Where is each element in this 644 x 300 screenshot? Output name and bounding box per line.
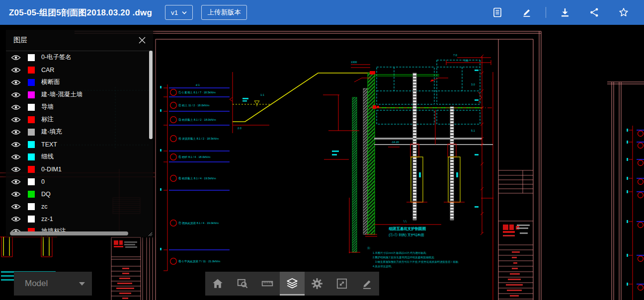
zoom-window-icon: [236, 277, 249, 290]
title-block: [498, 170, 533, 299]
layer-row[interactable]: DQ: [6, 188, 153, 200]
layer-row[interactable]: 横断面: [6, 76, 153, 88]
layer-label: 0-DIM1: [41, 166, 62, 173]
eye-visible-icon[interactable]: [11, 116, 22, 123]
resize-handle-icon[interactable]: [147, 231, 153, 237]
layer-label: 0: [41, 178, 45, 185]
layer-color-swatch[interactable]: [28, 191, 35, 198]
drawing-notes: 注: 1.本图尺寸以mm计,标高以m计,均为相对标高; 2.围护结构施工前应先查…: [367, 246, 459, 268]
left-piles: [0, 237, 57, 257]
layers-button[interactable]: [280, 272, 305, 296]
layers-panel-header: 图层: [6, 30, 153, 51]
model-space-selector[interactable]: Model: [14, 272, 92, 296]
section-title-line1: 组团五基坑支护剖面图: [389, 226, 426, 231]
layer-color-swatch[interactable]: [28, 129, 35, 136]
fullscreen-button[interactable]: [329, 272, 354, 296]
settings-button[interactable]: [305, 272, 329, 296]
layer-label: 建-填充: [41, 128, 62, 136]
annotate-pencil-icon[interactable]: [521, 7, 532, 18]
eye-visible-icon[interactable]: [11, 166, 22, 172]
gear-icon: [311, 277, 323, 290]
version-dropdown[interactable]: v1: [165, 5, 193, 20]
eye-visible-icon[interactable]: [11, 203, 22, 210]
layer-label: DQ: [41, 191, 51, 198]
layer-label: 细线: [41, 152, 54, 161]
excavation-slope: 1:1 2.0: [233, 73, 372, 130]
layer-color-swatch[interactable]: [28, 91, 35, 98]
eye-visible-icon[interactable]: [11, 79, 22, 85]
layer-color-swatch[interactable]: [28, 104, 35, 111]
company-stamp: [503, 225, 530, 236]
layer-color-swatch[interactable]: [28, 166, 35, 173]
berm-dim-label: 2.0: [238, 127, 242, 130]
adjacent-sheet-edge: [607, 82, 644, 300]
chain-dim-label: 5.1: [471, 129, 475, 132]
zoom-window-button[interactable]: [230, 272, 255, 296]
download-icon[interactable]: [560, 7, 570, 18]
annotate-button[interactable]: [354, 272, 379, 296]
layer-color-swatch[interactable]: [28, 54, 35, 61]
horizontal-scrollbar[interactable]: [10, 231, 128, 235]
layer-color-swatch[interactable]: [28, 203, 35, 210]
version-label: v1: [171, 9, 178, 16]
viewer-toolbar: [205, 272, 379, 296]
layer-row[interactable]: TEXT: [6, 138, 153, 150]
layers-icon: [286, 277, 299, 290]
close-icon[interactable]: [139, 37, 146, 44]
layer-color-swatch[interactable]: [28, 178, 35, 185]
soil-table-header: d 1: [196, 83, 200, 86]
topbar-actions: [492, 7, 644, 18]
soil-row: ③ 粉质黏土 8.1 / 2 · 18.0kN/m: [178, 118, 216, 122]
layer-row[interactable]: zc: [6, 200, 153, 213]
layer-label: 标注: [41, 115, 54, 124]
layer-row[interactable]: 0-DIM1: [6, 163, 153, 175]
chain-dim-label: 3.0: [471, 83, 475, 86]
layer-color-swatch[interactable]: [28, 153, 35, 160]
layer-row[interactable]: 细线: [6, 150, 153, 163]
layer-row[interactable]: zz-1: [6, 213, 153, 225]
document-outline-icon[interactable]: [492, 7, 503, 18]
vertical-scrollbar[interactable]: [149, 51, 153, 139]
home-button[interactable]: [205, 272, 230, 296]
layers-panel-title: 图层: [13, 36, 27, 45]
layer-row[interactable]: 建-墙-混凝土墙: [6, 88, 153, 101]
soil-row: ② 粉土 11 / 2 · 18.0kN/m: [178, 104, 210, 107]
soil-row: ⑤ 粉砂 8.1 / 4 · 18.0kN/m: [178, 155, 211, 159]
layer-color-swatch[interactable]: [28, 116, 35, 123]
eye-visible-icon[interactable]: [11, 141, 22, 148]
layer-row[interactable]: 导墙: [6, 101, 153, 113]
soil-table: d 1 ①-1 素填土 8.1 / 7 · 18.5kN/m ② 粉土 11 /…: [160, 72, 233, 271]
title-block-text-marks: [506, 251, 523, 297]
soil-row: ⑥ 粉质黏土 8.1 / 4 · 19.5kN/m: [178, 177, 216, 180]
fullscreen-icon: [335, 277, 348, 290]
dropdown-arrow-icon: [79, 282, 85, 286]
layer-color-swatch[interactable]: [28, 79, 35, 86]
layer-color-swatch[interactable]: [28, 67, 35, 74]
layer-row[interactable]: 标注: [6, 113, 153, 126]
eye-visible-icon[interactable]: [11, 91, 22, 98]
eye-visible-icon[interactable]: [11, 129, 22, 135]
layer-row[interactable]: 建-填充: [6, 126, 153, 138]
favorite-star-icon[interactable]: [618, 7, 629, 18]
layer-row[interactable]: CAR: [6, 64, 153, 76]
layer-label: zc: [41, 203, 48, 210]
layer-label: 导墙: [41, 103, 54, 111]
eye-visible-icon[interactable]: [11, 54, 22, 61]
eye-visible-icon[interactable]: [11, 178, 22, 185]
eye-visible-icon[interactable]: [11, 191, 22, 197]
eye-visible-icon[interactable]: [11, 104, 22, 110]
layer-label: 横断面: [41, 78, 60, 86]
section-title: \ \ 组团五基坑支护剖面图 (①-① 剖面) 支护结构图: [374, 220, 441, 237]
eye-visible-icon[interactable]: [11, 67, 22, 73]
measure-button[interactable]: [255, 272, 280, 296]
layer-color-swatch[interactable]: [28, 141, 35, 148]
share-icon[interactable]: [589, 7, 600, 18]
eye-visible-icon[interactable]: [11, 153, 22, 160]
layer-row[interactable]: 0: [6, 175, 153, 188]
layer-row[interactable]: 0-电子签名: [6, 51, 153, 64]
upload-new-version-button[interactable]: 上传新版本: [201, 5, 247, 20]
upload-button-label: 上传新版本: [207, 8, 241, 17]
eye-visible-icon[interactable]: [11, 216, 22, 222]
note-line: 4.其余详见说明。: [373, 265, 394, 268]
layer-color-swatch[interactable]: [28, 216, 35, 223]
